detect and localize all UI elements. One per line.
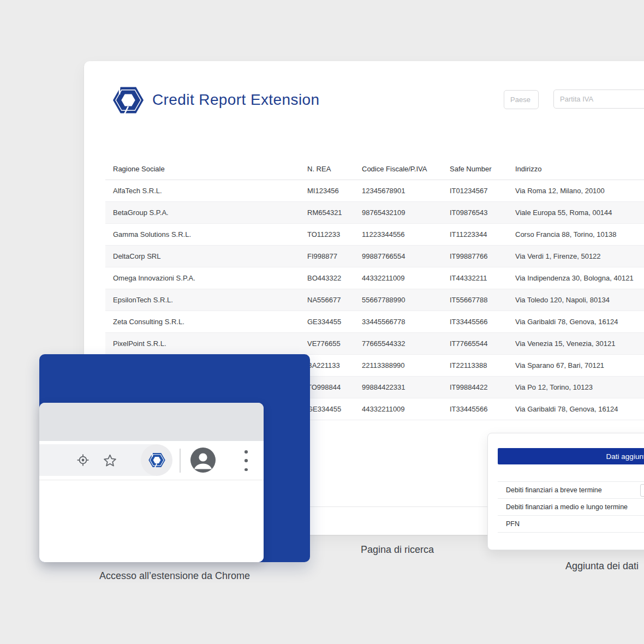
cell-codice-fiscale: 44332211009 [354, 274, 442, 282]
table-row[interactable]: DeltaCorp SRL FI998877 99887766554 IT998… [105, 246, 644, 267]
cell-safe-number: IT22113388 [442, 361, 508, 369]
table-row[interactable]: Zeta Consulting S.R.L. GE334455 33445566… [105, 311, 644, 333]
table-column-header: Ragione Sociale [105, 165, 300, 173]
page-title: Credit Report Extension [152, 91, 319, 109]
panel-row-label: Debiti finanziari a medio e lungo termin… [498, 503, 628, 511]
cell-indirizzo: Via Roma 12, Milano, 20100 [508, 187, 644, 195]
panel-row-label: Debiti finanziari a breve termine [498, 486, 602, 494]
cell-safe-number: IT55667788 [442, 296, 508, 304]
panel-row-label: PFN [498, 520, 520, 528]
table-row[interactable]: BetaGroup S.P.A. RM654321 98765432109 IT… [105, 202, 644, 224]
table-row[interactable]: Omega Innovazioni S.P.A. BO443322 443322… [105, 267, 644, 289]
cell-indirizzo: Corso Francia 88, Torino, 10138 [508, 230, 644, 238]
cell-ragione-sociale: DeltaCorp SRL [105, 252, 300, 260]
cell-indirizzo: Via Venezia 15, Venezia, 30121 [508, 339, 644, 348]
table-row[interactable]: PixelPoint S.R.L. VE776655 77665544332 I… [105, 333, 644, 355]
cell-codice-fiscale: 33445566778 [354, 318, 442, 326]
browser-content [39, 480, 264, 562]
caption-chrome-access: Accesso all’estensione da Chrome [39, 570, 310, 582]
cell-rea: FI998877 [300, 252, 354, 260]
caption-search-page: Pagina di ricerca [288, 544, 506, 556]
cell-ragione-sociale: BetaGroup S.P.A. [105, 208, 300, 217]
cell-codice-fiscale: 98765432109 [354, 208, 442, 217]
location-target-icon[interactable] [76, 454, 90, 467]
cell-codice-fiscale: 44332211009 [354, 405, 442, 413]
cell-safe-number: IT44332211 [442, 274, 508, 282]
menu-dots-icon[interactable] [245, 450, 248, 471]
table-row[interactable]: EpsilonTech S.R.L. NA556677 55667788990 … [105, 289, 644, 311]
app-logo-icon [113, 85, 144, 115]
cell-indirizzo: Via Toledo 120, Napoli, 80134 [508, 296, 644, 304]
cell-indirizzo: Via Verdi 1, Firenze, 50122 [508, 252, 644, 260]
extension-button[interactable] [141, 444, 172, 476]
cell-codice-fiscale: 99887766554 [354, 252, 442, 260]
table-column-header: Safe Number [442, 165, 508, 173]
cell-rea: MI123456 [300, 187, 354, 195]
cell-safe-number: IT99887766 [442, 252, 508, 260]
cell-codice-fiscale: 22113388990 [354, 361, 442, 369]
cell-ragione-sociale: PixelPoint S.R.L. [105, 339, 300, 348]
panel-rows: Debiti finanziari a breve termine Debiti… [498, 481, 644, 533]
cell-codice-fiscale: 77665544332 [354, 339, 442, 348]
profile-avatar-icon[interactable] [190, 448, 216, 473]
cell-indirizzo: Via Sparano 67, Bari, 70121 [508, 361, 644, 369]
cell-indirizzo: Via Indipendenza 30, Bologna, 40121 [508, 274, 644, 282]
bookmark-star-icon[interactable] [103, 454, 117, 467]
extension-hexagon-icon [148, 452, 165, 468]
brand: Credit Report Extension [113, 85, 319, 115]
cell-safe-number: IT99884422 [442, 383, 508, 391]
cell-codice-fiscale: 55667788990 [354, 296, 442, 304]
vat-input[interactable] [553, 90, 644, 109]
cell-safe-number: IT77665544 [442, 339, 508, 348]
table-column-header: N. REA [300, 165, 354, 173]
cell-rea: NA556677 [300, 296, 354, 304]
cell-ragione-sociale: AlfaTech S.R.L. [105, 187, 300, 195]
cell-indirizzo: Via Garibaldi 78, Genova, 16124 [508, 318, 644, 326]
cell-indirizzo: Via Garibaldi 78, Genova, 16124 [508, 405, 644, 413]
panel-row: Debiti finanziari a medio e lungo termin… [498, 499, 644, 516]
cell-indirizzo: Via Po 12, Torino, 10123 [508, 383, 644, 391]
country-input[interactable] [504, 90, 539, 109]
cell-rea: RM654321 [300, 208, 354, 217]
table-column-header: Codice Fiscale/P.IVA [354, 165, 442, 173]
browser-tab-strip [39, 403, 264, 441]
cell-codice-fiscale: 12345678901 [354, 187, 442, 195]
browser-toolbar [39, 441, 264, 480]
cell-indirizzo: Viale Europa 55, Roma, 00144 [508, 208, 644, 217]
cell-safe-number: IT33445566 [442, 318, 508, 326]
chrome-browser-window [39, 403, 264, 562]
cell-rea: TO112233 [300, 230, 354, 238]
cell-rea: BO443322 [300, 274, 354, 282]
table-column-header: Indirizzo [508, 165, 644, 173]
table-header: Ragione Sociale N. REA Codice Fiscale/P.… [105, 158, 644, 180]
cell-safe-number: IT11223344 [442, 230, 508, 238]
cell-ragione-sociale: EpsilonTech S.R.L. [105, 296, 300, 304]
panel-row: Debiti finanziari a breve termine [498, 482, 644, 499]
table-row[interactable]: Gamma Solutions S.R.L. TO112233 11223344… [105, 224, 644, 246]
cell-safe-number: IT01234567 [442, 187, 508, 195]
cell-safe-number: IT33445566 [442, 405, 508, 413]
caption-add-data: Aggiunta dei dati [565, 560, 639, 572]
panel-row: PFN [498, 516, 644, 533]
cell-ragione-sociale: Omega Innovazioni S.P.A. [105, 274, 300, 282]
toolbar-divider [180, 449, 181, 473]
cell-rea: GE334455 [300, 318, 354, 326]
panel-row-input[interactable] [640, 484, 644, 497]
cell-ragione-sociale: Zeta Consulting S.R.L. [105, 318, 300, 326]
cell-safe-number: IT09876543 [442, 208, 508, 217]
panel-header: Dati aggiuntivi [498, 448, 644, 464]
page: Credit Report Extension Ragione Sociale … [0, 0, 644, 644]
additional-data-panel: Dati aggiuntivi Debiti finanziari a brev… [487, 433, 644, 550]
table-row[interactable]: AlfaTech S.R.L. MI123456 12345678901 IT0… [105, 180, 644, 202]
cell-rea: VE776655 [300, 339, 354, 348]
cell-codice-fiscale: 99884422331 [354, 383, 442, 391]
cell-codice-fiscale: 11223344556 [354, 230, 442, 238]
cell-ragione-sociale: Gamma Solutions S.R.L. [105, 230, 300, 238]
